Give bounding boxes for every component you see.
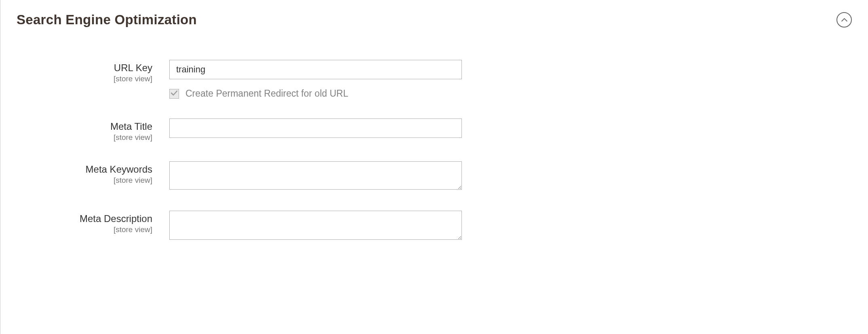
input-col (169, 118, 464, 138)
meta-keywords-label: Meta Keywords (17, 164, 152, 175)
url-key-input[interactable] (169, 60, 462, 79)
field-row-meta-title: Meta Title [store view] (17, 118, 852, 142)
form-fields: URL Key [store view] Create Permanent Re… (17, 60, 852, 241)
meta-description-scope: [store view] (17, 225, 152, 234)
chevron-up-icon (841, 16, 847, 23)
panel-header: Search Engine Optimization (17, 12, 852, 27)
label-col: Meta Description [store view] (17, 211, 169, 234)
collapse-toggle[interactable] (836, 12, 852, 27)
redirect-checkbox-label: Create Permanent Redirect for old URL (185, 88, 348, 99)
meta-keywords-scope: [store view] (17, 176, 152, 185)
label-col: Meta Title [store view] (17, 118, 169, 142)
meta-title-input[interactable] (169, 118, 462, 138)
input-col: Create Permanent Redirect for old URL (169, 60, 464, 99)
meta-title-label: Meta Title (17, 121, 152, 132)
field-row-meta-keywords: Meta Keywords [store view] (17, 161, 852, 191)
field-row-meta-description: Meta Description [store view] (17, 211, 852, 241)
check-icon (171, 90, 177, 97)
section-title: Search Engine Optimization (17, 12, 197, 27)
input-col (169, 211, 464, 241)
label-col: URL Key [store view] (17, 60, 169, 83)
field-row-url-key: URL Key [store view] Create Permanent Re… (17, 60, 852, 99)
meta-description-input[interactable] (169, 211, 462, 240)
meta-description-label: Meta Description (17, 213, 152, 224)
input-col (169, 161, 464, 191)
redirect-checkbox-row: Create Permanent Redirect for old URL (169, 88, 464, 99)
url-key-scope: [store view] (17, 74, 152, 83)
seo-panel: Search Engine Optimization URL Key [stor… (0, 0, 868, 334)
label-col: Meta Keywords [store view] (17, 161, 169, 185)
meta-title-scope: [store view] (17, 133, 152, 142)
meta-keywords-input[interactable] (169, 161, 462, 190)
redirect-checkbox[interactable] (169, 89, 179, 99)
url-key-label: URL Key (17, 62, 152, 74)
